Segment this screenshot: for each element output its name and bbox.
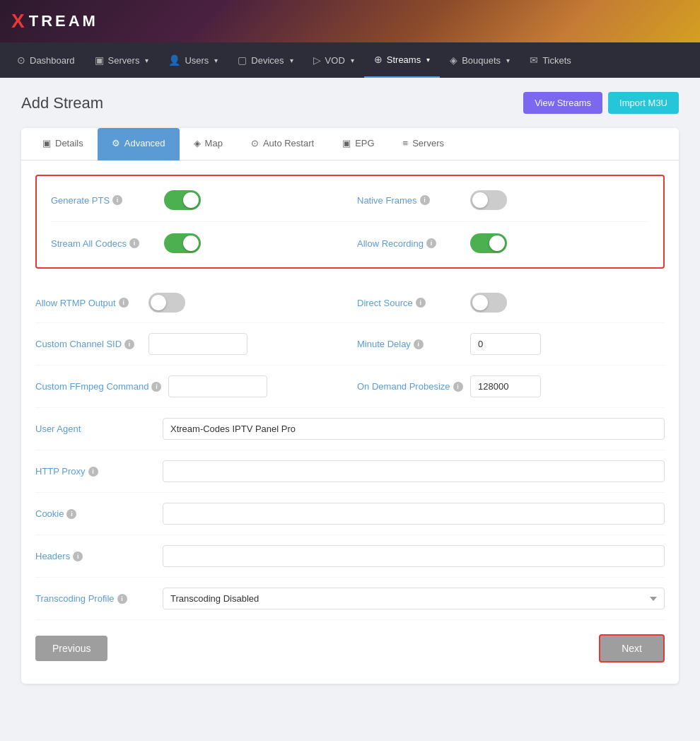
direct-source-toggle[interactable]	[470, 293, 507, 313]
header-buttons: View Streams Import M3U	[523, 92, 679, 114]
users-arrow-icon: ▾	[214, 57, 218, 64]
view-streams-button[interactable]: View Streams	[523, 92, 602, 114]
nav-label-vod: VOD	[325, 55, 345, 66]
tab-details-label: Details	[55, 138, 83, 148]
logo-ream: TREAM	[29, 12, 98, 30]
allow-rtmp-output-label: Allow RTMP Output i	[35, 298, 141, 308]
native-frames-toggle[interactable]	[470, 190, 507, 210]
tab-auto-restart-label: Auto Restart	[263, 138, 314, 148]
servers-arrow-icon: ▾	[145, 57, 148, 64]
allow-recording-field: Allow Recording i	[357, 233, 649, 253]
streams-icon: ⊕	[374, 54, 383, 65]
servers-tab-icon: ≡	[403, 138, 409, 148]
highlighted-section: Generate PTS i Native Frames i	[35, 175, 665, 269]
native-frames-field: Native Frames i	[357, 190, 649, 210]
logo: X TREAM	[11, 10, 98, 33]
user-agent-label: User Agent	[35, 424, 148, 434]
nav-item-streams[interactable]: ⊕ Streams ▾	[364, 42, 440, 78]
stream-all-codecs-info-icon[interactable]: i	[129, 238, 139, 248]
tab-advanced[interactable]: ⚙ Advanced	[98, 128, 180, 161]
transcoding-profile-info-icon[interactable]: i	[117, 594, 127, 604]
tab-servers[interactable]: ≡ Servers	[389, 128, 458, 161]
nav-item-bouquets[interactable]: ◈ Bouquets ▾	[440, 42, 520, 78]
custom-channel-sid-info-icon[interactable]: i	[124, 339, 134, 349]
nav-item-servers[interactable]: ▣ Servers ▾	[85, 42, 159, 78]
on-demand-probesize-label: On Demand Probesize i	[357, 381, 463, 392]
on-demand-probesize-input[interactable]	[470, 375, 541, 397]
allow-rtmp-output-field: Allow RTMP Output i	[35, 293, 343, 313]
native-frames-info-icon[interactable]: i	[420, 195, 430, 205]
nav-label-servers: Servers	[108, 55, 140, 66]
cookie-input[interactable]	[163, 503, 665, 525]
generate-pts-info-icon[interactable]: i	[112, 195, 122, 205]
form-content: Generate PTS i Native Frames i	[21, 161, 679, 684]
stream-all-codecs-toggle[interactable]	[164, 233, 201, 253]
headers-input[interactable]	[163, 545, 665, 567]
tab-servers-label: Servers	[412, 138, 444, 148]
auto-restart-tab-icon: ⊙	[251, 138, 259, 148]
minute-delay-input[interactable]	[470, 333, 541, 355]
details-tab-icon: ▣	[42, 138, 51, 148]
minute-delay-field: Minute Delay i	[357, 333, 665, 355]
import-m3u-button[interactable]: Import M3U	[608, 92, 679, 114]
cookie-label: Cookie i	[35, 508, 148, 519]
users-icon: 👤	[168, 54, 180, 66]
native-frames-slider	[470, 190, 507, 210]
stream-all-codecs-label: Stream All Codecs i	[51, 238, 157, 249]
allow-recording-info-icon[interactable]: i	[426, 238, 436, 248]
tickets-icon: ✉	[530, 54, 538, 66]
custom-ffmpeg-info-icon[interactable]: i	[151, 382, 161, 392]
stream-all-codecs-field: Stream All Codecs i	[51, 233, 343, 253]
user-agent-input[interactable]	[163, 418, 665, 440]
http-proxy-label: HTTP Proxy i	[35, 466, 148, 477]
custom-ffmpeg-input[interactable]	[168, 375, 267, 397]
direct-source-field: Direct Source i	[357, 293, 665, 313]
epg-tab-icon: ▣	[342, 138, 351, 148]
tab-map[interactable]: ◈ Map	[180, 128, 237, 161]
direct-source-slider	[470, 293, 507, 313]
headers-label: Headers i	[35, 551, 148, 561]
http-proxy-info-icon[interactable]: i	[88, 467, 98, 477]
tab-details[interactable]: ▣ Details	[28, 128, 98, 161]
nav-label-devices: Devices	[251, 55, 284, 66]
tab-auto-restart[interactable]: ⊙ Auto Restart	[237, 128, 328, 161]
on-demand-probesize-info-icon[interactable]: i	[453, 382, 463, 392]
devices-arrow-icon: ▾	[290, 57, 293, 64]
streams-arrow-icon: ▾	[426, 56, 430, 64]
headers-info-icon[interactable]: i	[73, 552, 83, 561]
bouquets-icon: ◈	[450, 54, 457, 66]
vod-arrow-icon: ▾	[351, 57, 354, 64]
nav-label-users: Users	[185, 55, 209, 66]
allow-recording-toggle[interactable]	[470, 233, 507, 253]
native-frames-label: Native Frames i	[357, 195, 463, 206]
http-proxy-input[interactable]	[163, 460, 665, 482]
cookie-info-icon[interactable]: i	[66, 509, 76, 519]
minute-delay-info-icon[interactable]: i	[414, 339, 424, 349]
page-title: Add Stream	[21, 94, 103, 112]
custom-channel-sid-input[interactable]	[148, 333, 247, 355]
nav-label-tickets: Tickets	[542, 55, 571, 66]
next-button[interactable]: Next	[599, 634, 665, 663]
direct-source-info-icon[interactable]: i	[416, 298, 426, 308]
tab-advanced-label: Advanced	[124, 138, 165, 148]
nav-label-bouquets: Bouquets	[462, 55, 501, 66]
on-demand-probesize-field: On Demand Probesize i	[357, 375, 665, 397]
bouquets-arrow-icon: ▾	[506, 57, 510, 64]
tab-epg[interactable]: ▣ EPG	[328, 128, 388, 161]
nav-item-users[interactable]: 👤 Users ▾	[158, 42, 228, 78]
top-banner: X TREAM	[0, 0, 700, 42]
nav-item-devices[interactable]: ▢ Devices ▾	[228, 42, 303, 78]
nav-item-vod[interactable]: ▷ VOD ▾	[303, 42, 364, 78]
nav-item-dashboard[interactable]: ⊙ Dashboard	[7, 42, 85, 78]
allow-rtmp-toggle[interactable]	[148, 293, 185, 313]
allow-rtmp-info-icon[interactable]: i	[119, 298, 129, 308]
transcoding-profile-label: Transcoding Profile i	[35, 593, 148, 604]
map-tab-icon: ◈	[194, 138, 201, 148]
custom-channel-sid-label: Custom Channel SID i	[35, 339, 141, 349]
transcoding-profile-select[interactable]: Transcoding Disabled Profile 1 Profile 2	[163, 588, 665, 609]
previous-button[interactable]: Previous	[35, 636, 107, 661]
dashboard-icon: ⊙	[17, 54, 25, 66]
generate-pts-toggle[interactable]	[164, 190, 201, 210]
nav-item-tickets[interactable]: ✉ Tickets	[520, 42, 581, 78]
custom-channel-sid-field: Custom Channel SID i	[35, 333, 343, 355]
